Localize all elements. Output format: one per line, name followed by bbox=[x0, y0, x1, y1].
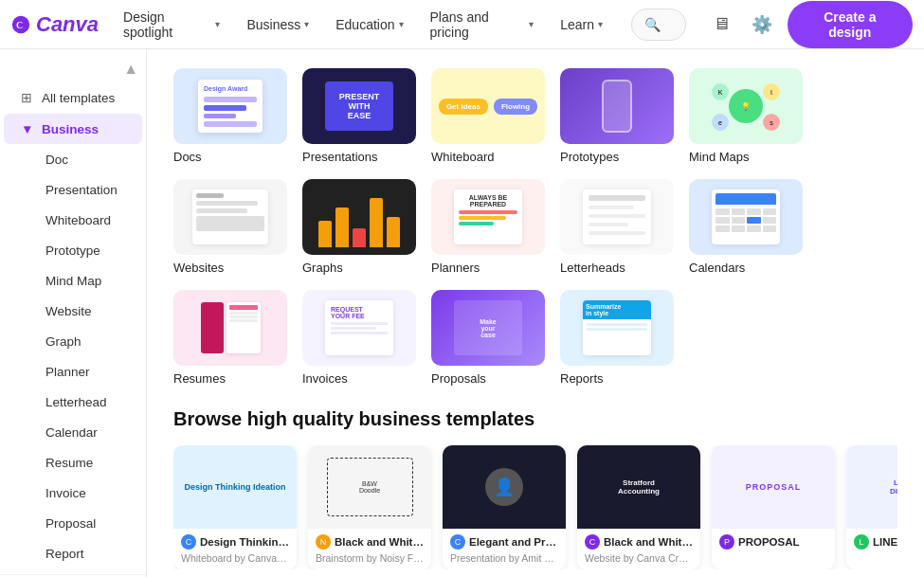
reports-thumbnail: Summarizein style bbox=[560, 290, 674, 366]
planners-label: Planners bbox=[431, 261, 480, 275]
category-card-mindmaps[interactable]: 💡 K I e s Mind Maps bbox=[689, 68, 803, 164]
category-card-websites[interactable]: Websites bbox=[173, 179, 287, 275]
svg-text:C: C bbox=[16, 20, 23, 30]
mindmaps-label: Mind Maps bbox=[689, 150, 750, 164]
browse-avatar-0: C bbox=[181, 534, 196, 550]
grid-icon: ⊞ bbox=[19, 90, 34, 105]
sidebar-item-presentation[interactable]: Presentation bbox=[30, 175, 142, 205]
monitor-icon[interactable]: 🖥 bbox=[705, 8, 736, 42]
graphs-thumbnail bbox=[302, 179, 416, 255]
main-content: Design Award Docs bbox=[147, 49, 924, 577]
browse-card-3[interactable]: StratfordAccounting C Black and White Ph… bbox=[577, 445, 700, 569]
browse-card-1[interactable]: B&WDoodle N Black and White Doodl... Bra… bbox=[308, 445, 431, 569]
sidebar-item-report[interactable]: Report bbox=[30, 539, 142, 568]
category-card-graphs[interactable]: Graphs bbox=[302, 179, 416, 275]
sidebar-item-all-templates[interactable]: ⊞ All templates bbox=[4, 82, 142, 113]
browse-type-0: C Design Thinking Ideatio... bbox=[181, 534, 289, 550]
chevron-down-icon: ▾ bbox=[19, 121, 34, 136]
sidebar-item-prototype[interactable]: Prototype bbox=[30, 236, 142, 265]
sidebar-item-doc[interactable]: Doc bbox=[30, 145, 142, 174]
category-card-presentations[interactable]: PRESENTWITHEASE Presentations bbox=[302, 68, 416, 164]
browse-meta-0: C Design Thinking Ideatio... Whiteboard … bbox=[173, 529, 297, 569]
nav-learn[interactable]: Learn ▾ bbox=[551, 11, 612, 38]
browse-meta-5: L LINEAR DIAGRAM bbox=[846, 529, 897, 558]
sidebar-item-website[interactable]: Website bbox=[30, 297, 142, 326]
calendars-label: Calendars bbox=[689, 261, 745, 275]
sidebar-item-planner[interactable]: Planner bbox=[30, 357, 142, 387]
sidebar-item-calendar[interactable]: Calendar bbox=[30, 418, 142, 447]
nav-education[interactable]: Education ▾ bbox=[326, 11, 412, 38]
prototypes-thumbnail bbox=[560, 68, 674, 144]
docs-thumbnail: Design Award bbox=[173, 68, 287, 144]
browse-type-2: C Elegant and Professio... bbox=[450, 534, 558, 550]
nav-design-spotlight[interactable]: Design spotlight ▾ bbox=[114, 4, 229, 45]
prototypes-label: Prototypes bbox=[560, 150, 619, 164]
browse-card-0[interactable]: Design Thinking Ideation C Design Thinki… bbox=[173, 445, 297, 569]
browse-avatar-3: C bbox=[585, 534, 600, 550]
nav-right-actions: 🖥 ⚙️ Create a design bbox=[705, 1, 913, 48]
presentations-thumbnail: PRESENTWITHEASE bbox=[302, 68, 416, 144]
reports-label: Reports bbox=[560, 371, 604, 386]
browse-meta-1: N Black and White Doodl... Brainstorm by… bbox=[308, 529, 431, 569]
search-bar: 🔍 bbox=[631, 9, 686, 41]
graphs-label: Graphs bbox=[302, 261, 343, 275]
top-navigation: C Canva Design spotlight ▾ Business ▾ Ed… bbox=[0, 0, 924, 49]
sidebar-item-proposal[interactable]: Proposal bbox=[30, 509, 142, 538]
settings-icon[interactable]: ⚙️ bbox=[746, 8, 777, 42]
browse-avatar-5: L bbox=[854, 534, 869, 550]
mindmaps-thumbnail: 💡 K I e s bbox=[689, 68, 803, 144]
calendars-thumbnail bbox=[689, 179, 803, 255]
browse-type-5: L LINEAR DIAGRAM bbox=[854, 534, 897, 550]
browse-thumb-1: B&WDoodle bbox=[308, 445, 431, 529]
sidebar-item-letterhead[interactable]: Letterhead bbox=[30, 388, 142, 417]
presentations-label: Presentations bbox=[302, 150, 378, 164]
category-card-invoices[interactable]: REQUESTYOUR FEE Invoices bbox=[302, 290, 416, 386]
category-card-prototypes[interactable]: Prototypes bbox=[560, 68, 674, 164]
sidebar-item-graph[interactable]: Graph bbox=[30, 327, 142, 356]
browse-thumb-5: LINEARDIAGRAM bbox=[846, 445, 897, 529]
browse-thumb-0: Design Thinking Ideation bbox=[173, 445, 297, 529]
collapse-button[interactable]: ▲ bbox=[0, 57, 146, 81]
category-card-whiteboard[interactable]: Get ideas Flowing Whiteboard bbox=[431, 68, 545, 164]
logo[interactable]: C Canva bbox=[11, 12, 99, 37]
chevron-down-icon: ▾ bbox=[399, 19, 404, 29]
docs-label: Docs bbox=[173, 150, 202, 164]
whiteboard-thumbnail: Get ideas Flowing bbox=[431, 68, 545, 144]
browse-meta-3: C Black and White Photo... Website by Ca… bbox=[577, 529, 700, 569]
search-icon: 🔍 bbox=[644, 17, 661, 32]
category-card-proposals[interactable]: Makeyourcase Proposals bbox=[431, 290, 545, 386]
chevron-down-icon: ▾ bbox=[598, 19, 603, 29]
category-card-reports[interactable]: Summarizein style Reports bbox=[560, 290, 674, 386]
whiteboard-label: Whiteboard bbox=[431, 150, 494, 164]
browse-card-4[interactable]: PROPOSAL P PROPOSAL bbox=[712, 445, 835, 569]
sidebar-item-whiteboard[interactable]: Whiteboard bbox=[30, 206, 142, 235]
websites-thumbnail bbox=[173, 179, 287, 255]
browse-avatar-4: P bbox=[719, 534, 734, 550]
nav-plans[interactable]: Plans and pricing ▾ bbox=[421, 4, 544, 45]
resumes-label: Resumes bbox=[173, 371, 226, 386]
browse-card-2[interactable]: 👤 C Elegant and Professio... Presentatio… bbox=[443, 445, 566, 569]
browse-thumb-4: PROPOSAL bbox=[712, 445, 835, 529]
sidebar: ▲ ⊞ All templates ▾ Business Doc Present… bbox=[0, 49, 147, 577]
category-section: Design Award Docs bbox=[173, 68, 897, 386]
sidebar-item-business[interactable]: ▾ Business bbox=[4, 114, 142, 144]
category-card-resumes[interactable]: Resumes bbox=[173, 290, 287, 386]
sidebar-item-invoice[interactable]: Invoice bbox=[30, 478, 142, 508]
sidebar-item-mindmap[interactable]: Mind Map bbox=[30, 266, 142, 296]
nav-business[interactable]: Business ▾ bbox=[237, 11, 318, 38]
category-card-docs[interactable]: Design Award Docs bbox=[173, 68, 287, 164]
proposals-thumbnail: Makeyourcase bbox=[431, 290, 545, 366]
browse-type-3: C Black and White Photo... bbox=[585, 534, 693, 550]
chevron-down-icon: ▾ bbox=[304, 19, 309, 29]
sidebar-item-resume[interactable]: Resume bbox=[30, 448, 142, 478]
logo-text: Canva bbox=[36, 12, 99, 37]
create-design-button[interactable]: Create a design bbox=[788, 1, 913, 48]
browse-grid: Design Thinking Ideation C Design Thinki… bbox=[173, 445, 897, 569]
proposals-label: Proposals bbox=[431, 371, 486, 386]
browse-card-5[interactable]: LINEARDIAGRAM L LINEAR DIAGRAM bbox=[846, 445, 897, 569]
category-card-planners[interactable]: ALWAYS BEPREPARED Planners bbox=[431, 179, 545, 275]
category-card-letterheads[interactable]: Letterheads bbox=[560, 179, 674, 275]
browse-type-4: P PROPOSAL bbox=[719, 534, 827, 550]
browse-thumb-2: 👤 bbox=[443, 445, 566, 529]
category-card-calendars[interactable]: Calendars bbox=[689, 179, 803, 275]
